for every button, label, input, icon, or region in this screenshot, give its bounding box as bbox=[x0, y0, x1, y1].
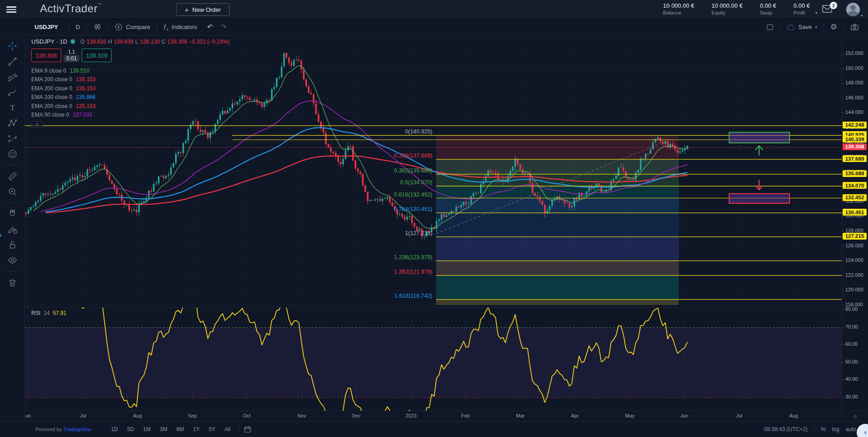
range-button-1m[interactable]: 1M bbox=[139, 425, 154, 434]
time-tick: Apr bbox=[571, 413, 579, 418]
crosshair-icon bbox=[7, 41, 18, 51]
crosshair-tool[interactable] bbox=[4, 38, 21, 54]
price-tick: 122.000 bbox=[845, 272, 863, 278]
account-stat-profit[interactable]: 0.00 €Profit▾ bbox=[794, 2, 810, 15]
zoom-in-tool[interactable] bbox=[4, 184, 21, 199]
range-button-5d[interactable]: 5D bbox=[123, 425, 137, 434]
buy-ask-button[interactable]: 139.319 bbox=[82, 49, 112, 62]
go-to-date-button[interactable] bbox=[244, 426, 251, 433]
rsi-pane[interactable]: RSI 14 57.91 bbox=[25, 307, 842, 411]
sell-target-box[interactable] bbox=[729, 194, 790, 203]
sell-arrow-icon[interactable] bbox=[755, 180, 763, 190]
text-icon: T bbox=[7, 103, 18, 113]
indicator-row[interactable]: EMA 50 close 0137.031 bbox=[31, 111, 230, 120]
redo-button[interactable]: ↷ bbox=[217, 19, 230, 35]
rsi-name[interactable]: RSI bbox=[31, 310, 40, 316]
range-button-5y[interactable]: 5Y bbox=[205, 425, 219, 434]
remove-all-drawings-tool[interactable] bbox=[4, 275, 21, 290]
new-order-button[interactable]: + New Order bbox=[176, 3, 230, 16]
level-price-label: 127.215 bbox=[843, 233, 867, 240]
axis-settings-corner[interactable]: ☼ bbox=[842, 411, 868, 421]
trend-line-icon bbox=[7, 56, 18, 67]
lock-all-drawings-icon bbox=[7, 240, 18, 250]
compare-label: Compare bbox=[126, 24, 150, 30]
forecast-tool[interactable] bbox=[4, 131, 21, 146]
range-button-3m[interactable]: 3M bbox=[156, 425, 171, 434]
user-avatar-button[interactable] bbox=[846, 3, 860, 16]
indicator-row[interactable]: EMA 200 close 0135.153 bbox=[31, 75, 230, 84]
drawing-lock-tool[interactable] bbox=[4, 221, 21, 237]
camera-icon bbox=[850, 23, 859, 31]
hide-all-drawings-tool[interactable] bbox=[4, 252, 21, 268]
indicator-row[interactable]: EMA 9 close 0139.510 bbox=[31, 66, 230, 75]
hide-all-drawings-icon bbox=[7, 255, 18, 265]
legend-symbol[interactable]: USDJPY · 1D bbox=[31, 38, 67, 45]
level-price-label: 134.070 bbox=[843, 182, 867, 189]
xabcd-pattern-tool[interactable] bbox=[4, 115, 21, 131]
text-tool[interactable]: T bbox=[4, 100, 21, 115]
measure-tool[interactable] bbox=[4, 168, 21, 184]
time-tick: Sep bbox=[188, 413, 197, 418]
rsi-value: 57.91 bbox=[53, 310, 66, 316]
indicators-button[interactable]: ƒx Indicators bbox=[157, 19, 203, 35]
time-tick: Jun bbox=[680, 413, 688, 418]
buy-target-box[interactable] bbox=[729, 133, 790, 143]
save-button[interactable]: Save ▾ bbox=[780, 19, 824, 35]
log-scale-button[interactable]: log bbox=[832, 426, 839, 432]
rsi-tick: 80.00 bbox=[845, 306, 858, 312]
price-pane[interactable]: 0(140.925)0.236(137.689)0.382(135.688)0.… bbox=[25, 35, 842, 307]
save-label: Save bbox=[799, 24, 812, 30]
buy-arrow-icon[interactable] bbox=[755, 146, 763, 156]
spread-value: 0.01 bbox=[64, 55, 79, 62]
percent-scale-button[interactable]: % bbox=[821, 426, 826, 432]
menu-icon[interactable] bbox=[6, 5, 16, 13]
symbol-selector[interactable]: USDJPY bbox=[26, 19, 69, 35]
indicator-row[interactable]: EMA 100 close 0135.866 bbox=[31, 93, 230, 102]
auto-scale-button[interactable]: auto bbox=[846, 426, 856, 432]
range-button-6m[interactable]: 6M bbox=[173, 425, 188, 434]
timeframe-selector[interactable]: D bbox=[69, 19, 86, 35]
compare-button[interactable]: Compare bbox=[108, 19, 156, 35]
screenshot-button[interactable] bbox=[844, 19, 865, 35]
chart-settings-button[interactable]: ⚙ bbox=[824, 19, 843, 35]
chart-type-button[interactable] bbox=[87, 19, 108, 35]
measure-icon bbox=[7, 171, 18, 182]
range-button-1y[interactable]: 1Y bbox=[189, 425, 203, 434]
notifications-button[interactable]: 2 bbox=[822, 4, 834, 14]
svg-text:T: T bbox=[10, 103, 15, 112]
level-price-label: 130.451 bbox=[843, 209, 867, 216]
range-button-all[interactable]: All bbox=[221, 425, 234, 434]
brush-tool[interactable] bbox=[4, 84, 21, 100]
calendar-icon bbox=[244, 426, 251, 433]
account-stat-swap: 0.00 €Swap bbox=[760, 2, 776, 15]
trend-line-tool[interactable] bbox=[4, 54, 21, 69]
lock-all-drawings-tool[interactable] bbox=[4, 237, 21, 252]
indicator-row[interactable]: EMA 200 close 0135.153 bbox=[31, 102, 230, 111]
indicator-row[interactable]: EMA 200 close 0135.153 bbox=[31, 84, 230, 93]
price-tick: 144.000 bbox=[845, 109, 863, 115]
drawing-toolbar: T bbox=[0, 35, 25, 437]
time-axis[interactable]: unJulAugSepOctNovDec2023FebMarAprMayJunJ… bbox=[25, 411, 842, 421]
magnet-tool[interactable] bbox=[4, 206, 21, 221]
fib-band bbox=[436, 198, 679, 213]
zoom-in-icon bbox=[7, 187, 18, 197]
range-button-1d[interactable]: 1D bbox=[108, 425, 122, 434]
undo-button[interactable]: ↶ bbox=[203, 19, 216, 35]
sell-bid-button[interactable]: 139.308 bbox=[31, 49, 61, 62]
fib-label: 0(140.925) bbox=[405, 128, 432, 135]
rsi-canvas[interactable] bbox=[25, 308, 842, 411]
price-axis[interactable]: 152.000150.000148.000146.000144.000142.0… bbox=[842, 35, 868, 411]
tradingview-link[interactable]: TradingView bbox=[64, 427, 91, 432]
legend-collapse-button[interactable]: ∧ bbox=[31, 121, 43, 128]
profit-caret-icon[interactable]: ▾ bbox=[815, 11, 817, 15]
save-caret-icon: ▾ bbox=[815, 25, 817, 29]
bottom-bar: Powered by TradingView 1D5D1M3M6M1Y5YAll… bbox=[0, 421, 868, 437]
brand-logo: ActivTrader™ bbox=[40, 2, 102, 15]
emoji-tool[interactable] bbox=[4, 146, 21, 162]
fib-retracement-tool[interactable] bbox=[4, 69, 21, 84]
rsi-tick: 60.00 bbox=[845, 341, 858, 347]
layout-button[interactable] bbox=[760, 19, 780, 35]
panel-expand-handle[interactable]: › bbox=[0, 231, 2, 240]
current-price-label: 139.308 bbox=[843, 143, 867, 150]
clock[interactable]: 08:38:43 (UTC+2) bbox=[764, 426, 808, 432]
